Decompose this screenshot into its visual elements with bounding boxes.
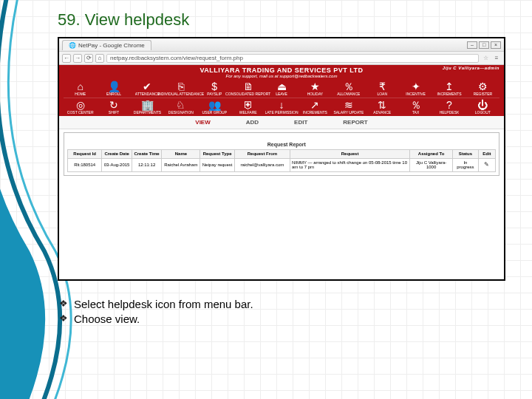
- instruction-bullets: ❖Select helpdesk icon from menu bar.❖Cho…: [58, 297, 511, 327]
- bullet-item: ❖Select helpdesk icon from menu bar.: [58, 297, 511, 312]
- departments-icon: 🏢: [141, 100, 154, 110]
- allowance-icon: ％: [344, 81, 354, 92]
- nav-item-label: HELPDESK: [440, 110, 460, 115]
- bullet-text: Choose view.: [74, 312, 140, 327]
- nav-forward-icon[interactable]: →: [73, 54, 82, 63]
- nav-item-label: LOAN: [377, 92, 387, 96]
- increments-icon: ↥: [445, 81, 454, 92]
- nav-item-increments[interactable]: ↥INCREMENTS: [432, 81, 466, 96]
- nav-item-label: INCREMENTS: [437, 92, 461, 96]
- bullet-item: ❖Choose view.: [58, 312, 511, 327]
- nav-item-designation[interactable]: ♘DESIGNATION: [164, 100, 197, 115]
- browser-tab[interactable]: 🌐 NetPay - Google Chrome: [62, 40, 151, 50]
- incentive-icon: ✦: [412, 81, 420, 92]
- nav-item-shift[interactable]: ↻SHIFT: [97, 100, 130, 115]
- nav-item-cost-center[interactable]: ◎COST CENTER: [64, 100, 97, 115]
- nav-item-label: INCREMENTS: [303, 110, 327, 115]
- nav-item-consolidated-report[interactable]: 🗎CONSOLIDATED REPORT: [231, 81, 265, 96]
- home-icon: ⌂: [77, 81, 83, 92]
- table-cell: raichel@valliyara.com: [234, 158, 290, 171]
- nav-item-allowance[interactable]: ％ALLOWANCE: [332, 81, 365, 96]
- nav-item-salary-update[interactable]: ≋SALARY UPDATE: [332, 100, 365, 115]
- nav-item-logout[interactable]: ⏻LOGOUT: [466, 100, 499, 115]
- browser-titlebar: 🌐 NetPay - Google Chrome – □ ×: [59, 38, 504, 52]
- nav-item-label: INCENTIVE: [406, 92, 426, 96]
- nav-item-user-group[interactable]: 👥USER GROUP: [198, 100, 231, 115]
- company-name: VALLIYARA TRADING AND SERVICES PVT LTD: [200, 66, 363, 74]
- window-close[interactable]: ×: [491, 41, 501, 49]
- th-request: Request: [290, 150, 410, 159]
- shift-icon: ↻: [109, 100, 118, 110]
- nav-item-label: ALLOWANCE: [337, 92, 360, 96]
- url-text: netpay.redbacksystem.com/view/request_fo…: [110, 55, 243, 61]
- advance-icon: ⇅: [378, 100, 386, 110]
- nav-item-tax[interactable]: ％TAX: [399, 100, 432, 115]
- nav-item-leave[interactable]: ⏏LEAVE: [265, 81, 298, 96]
- nav-item-label: HOME: [75, 92, 86, 96]
- bookmark-icon[interactable]: ☆: [481, 55, 490, 61]
- nav-item-loan[interactable]: ₹LOAN: [366, 81, 399, 96]
- nav-item-departments[interactable]: 🏢DEPARTMENTS: [131, 100, 164, 115]
- edit-icon: ✎: [484, 161, 489, 168]
- nav-item-label: REGISTER: [474, 92, 493, 96]
- welfare-icon: ⛨: [243, 100, 253, 110]
- loan-icon: ₹: [379, 81, 386, 92]
- tab-label: NetPay - Google Chrome: [78, 42, 145, 49]
- nav-item-label: LOGOUT: [475, 110, 491, 115]
- nav-item-advance[interactable]: ⇅ADVANCE: [366, 100, 399, 115]
- nav-item-home[interactable]: ⌂HOME: [64, 81, 97, 96]
- nav-item-helpdesk[interactable]: ?HELPDESK: [432, 100, 466, 115]
- action-view[interactable]: VIEW: [195, 119, 210, 126]
- table-row: Rlt:18051403-Aug-201512:11:12Raichel Avr…: [68, 158, 496, 171]
- leave-icon: ⏏: [277, 81, 287, 92]
- nav-item-enroll[interactable]: 👤ENROLL: [97, 81, 130, 96]
- table-cell: In progress: [453, 158, 479, 171]
- action-edit[interactable]: EDIT: [294, 119, 307, 126]
- attendance-icon: ✔: [143, 81, 151, 92]
- nav-item-welfare[interactable]: ⛨WELFARE: [231, 100, 265, 115]
- logout-icon: ⏻: [477, 100, 488, 110]
- welcome-user: Jiju C Valliyara—admin: [443, 66, 499, 70]
- action-add[interactable]: ADD: [246, 119, 259, 126]
- th-edit: Edit: [478, 150, 495, 159]
- window-maximize[interactable]: □: [479, 41, 489, 49]
- nav-item-label: SALARY UPDATE: [333, 110, 364, 115]
- nav-item-late-permission[interactable]: ↓LATE PERMISSION: [265, 100, 298, 115]
- th-name: Name: [162, 150, 200, 159]
- nav-item-label: COST CENTER: [67, 110, 94, 115]
- screenshot: 🌐 NetPay - Google Chrome – □ × ← → ⟳ ⌂ n…: [58, 37, 505, 281]
- user-group-icon: 👥: [208, 100, 221, 110]
- chrome-menu-icon[interactable]: ≡: [492, 55, 501, 61]
- nav-item-label: HOLIDAY: [307, 92, 324, 96]
- nav-home-icon[interactable]: ⌂: [95, 54, 104, 63]
- late-permission-icon: ↓: [279, 100, 284, 110]
- nav-row-2: ◎COST CENTER↻SHIFT🏢DEPARTMENTS♘DESIGNATI…: [59, 98, 504, 116]
- bullet-text: Select helpdesk icon from menu bar.: [74, 297, 253, 312]
- table-cell: Jiju C Valliyara-1000: [410, 158, 453, 171]
- table-cell: Netpay request: [200, 158, 234, 171]
- edit-cell[interactable]: ✎: [478, 158, 495, 171]
- nav-item-incentive[interactable]: ✦INCENTIVE: [399, 81, 432, 96]
- nav-item-label: TAX: [412, 110, 419, 115]
- nav-reload-icon[interactable]: ⟳: [84, 54, 93, 63]
- enroll-icon: 👤: [108, 81, 120, 92]
- nav-item-register[interactable]: ⚙REGISTER: [466, 81, 499, 96]
- action-report[interactable]: REPORT: [343, 119, 367, 126]
- nav-item-individual-attendance[interactable]: ⎘INDIVIDUAL ATTENDANCE: [164, 81, 197, 96]
- request-report-table: Request Id Create Date Create Time Name …: [67, 149, 496, 172]
- nav-item-label: ADVANCE: [373, 110, 391, 115]
- nav-item-holiday[interactable]: ★HOLIDAY: [299, 81, 332, 96]
- nav-item-increments[interactable]: ↗INCREMENTS: [299, 100, 332, 115]
- nav-back-icon[interactable]: ←: [62, 54, 71, 63]
- support-note: For any support, mail us at support@redb…: [59, 74, 504, 80]
- window-minimize[interactable]: –: [467, 41, 477, 49]
- nav-item-label: LEAVE: [276, 92, 287, 96]
- cost-center-icon: ◎: [76, 100, 85, 110]
- slide-title: 59. View helpdesk: [58, 10, 511, 30]
- url-bar[interactable]: netpay.redbacksystem.com/view/request_fo…: [106, 54, 479, 63]
- nav-item-label: CONSOLIDATED REPORT: [225, 92, 270, 96]
- th-create-time: Create Time: [132, 150, 162, 159]
- table-cell: Rlt:180514: [68, 158, 102, 171]
- tax-icon: ％: [411, 100, 421, 110]
- actions-row: VIEW ADD EDIT REPORT: [59, 116, 504, 129]
